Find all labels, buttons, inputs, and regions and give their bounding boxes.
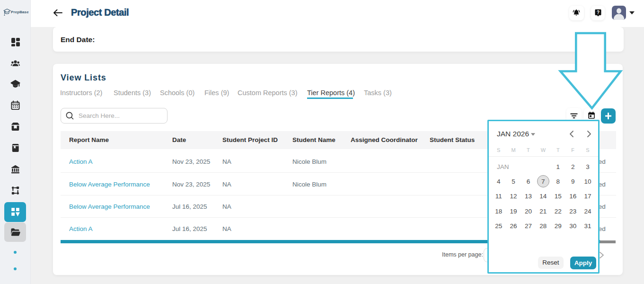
svg-text:?: ? xyxy=(597,10,600,15)
